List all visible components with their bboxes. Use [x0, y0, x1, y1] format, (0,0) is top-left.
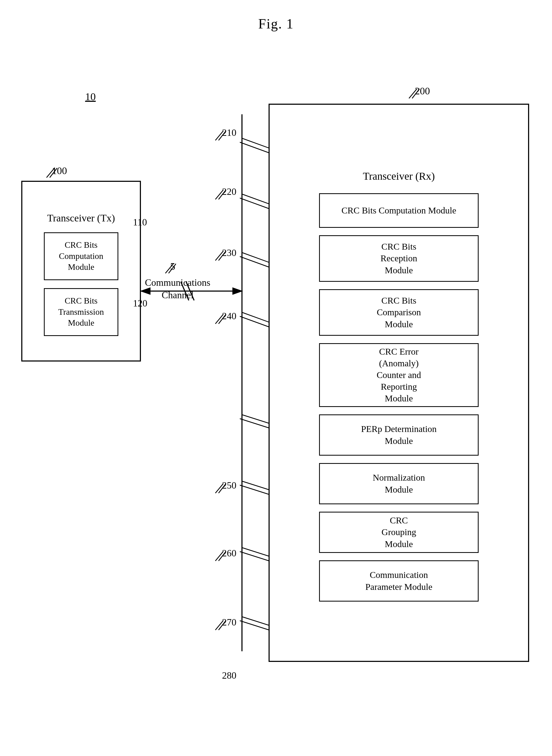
rx-crc-computation-module: CRC Bits Computation Module — [319, 193, 478, 228]
port-110-label: 110 — [133, 217, 147, 228]
rx-crc-grouping-module: CRCGroupingModule — [319, 512, 478, 553]
svg-line-16 — [240, 257, 269, 267]
transceiver-tx-title: Transceiver (Tx) — [22, 209, 140, 227]
channel-label: CommunicationsChannel — [145, 277, 210, 301]
svg-line-19 — [242, 415, 271, 424]
tx-crc-computation-module: CRC BitsComputationModule — [44, 232, 118, 280]
svg-line-11 — [242, 138, 271, 149]
svg-line-24 — [240, 552, 269, 561]
transceiver-rx-title: Transceiver (Rx) — [270, 167, 528, 185]
svg-line-26 — [240, 621, 269, 630]
svg-line-17 — [242, 312, 271, 323]
svg-line-23 — [242, 548, 271, 557]
svg-line-21 — [242, 481, 271, 490]
svg-line-25 — [242, 617, 271, 626]
svg-line-22 — [240, 485, 269, 494]
tx-crc-transmission-module: CRC BitsTransmissionModule — [44, 288, 118, 336]
svg-line-13 — [242, 194, 271, 205]
transceiver-tx-box: Transceiver (Tx) CRC BitsComputationModu… — [21, 181, 141, 361]
svg-line-18 — [240, 316, 269, 327]
rx-crc-error-module: CRC Error(Anomaly)Counter andReportingMo… — [319, 343, 478, 407]
svg-line-12 — [240, 142, 269, 153]
port-280-label: 280 — [222, 670, 236, 681]
rx-comm-param-module: CommunicationParameter Module — [319, 560, 478, 602]
svg-line-14 — [240, 198, 269, 209]
rx-crc-comparison-module: CRC BitsComparisonModule — [319, 289, 478, 336]
system-label: 10 — [85, 91, 96, 103]
rx-normalization-module: NormalizationModule — [319, 463, 478, 504]
rx-crc-reception-module: CRC BitsReceptionModule — [319, 235, 478, 282]
svg-line-20 — [240, 419, 269, 428]
rx-perp-module: PERp DeterminationModule — [319, 415, 478, 456]
svg-line-15 — [242, 253, 271, 263]
figure-title: Fig. 1 — [258, 16, 294, 32]
transceiver-rx-box: Transceiver (Rx) CRC Bits Computation Mo… — [269, 104, 529, 662]
